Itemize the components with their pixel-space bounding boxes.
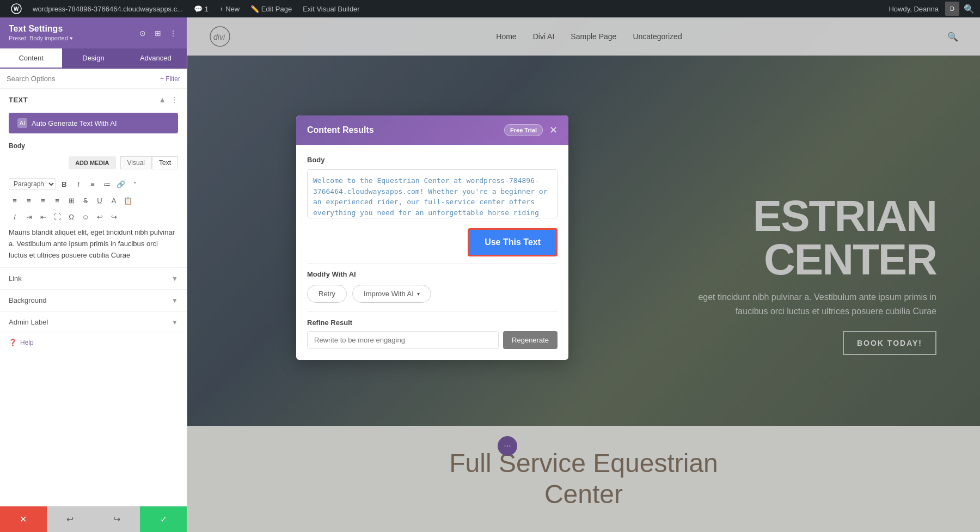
- content-results-modal: Content Results Free Trial ✕ Body Welcom…: [296, 115, 568, 360]
- panel-header: Text Settings Preset: Body imported ▾ ⊙ …: [0, 17, 187, 48]
- editor-area: ADD MEDIA Visual Text Paragraph B I ≡ ≔ …: [0, 152, 187, 267]
- modal-close-button[interactable]: ✕: [549, 124, 558, 136]
- expand-button[interactable]: ⛶: [51, 211, 63, 223]
- ol-button[interactable]: ≔: [101, 178, 113, 190]
- tab-design[interactable]: Design: [62, 48, 124, 69]
- text-section-title: Text: [9, 96, 28, 104]
- help-icon: ❓: [9, 339, 17, 346]
- link-section[interactable]: Link ▼: [0, 267, 187, 289]
- editor-content[interactable]: Mauris blandit aliquet elit, eget tincid…: [9, 225, 178, 263]
- menu-icon[interactable]: ⋮: [170, 95, 178, 104]
- cancel-button[interactable]: ✕: [0, 506, 47, 532]
- text-tab[interactable]: Text: [152, 156, 178, 169]
- body-label: Body: [0, 138, 187, 152]
- modal-header: Content Results Free Trial ✕: [296, 115, 568, 145]
- toolbar-row-3: I ⇥ ⇤ ⛶ Ω ☺ ↩ ↪: [9, 209, 178, 225]
- wp-logo[interactable]: W: [5, 0, 27, 17]
- howdy-text: Howdy, Deanna: [889, 5, 939, 13]
- link-button[interactable]: 🔗: [115, 178, 127, 190]
- refine-input[interactable]: [307, 331, 499, 349]
- blockquote-button[interactable]: ": [129, 178, 141, 190]
- user-avatar[interactable]: D: [945, 2, 959, 16]
- ul-button[interactable]: ≡: [87, 178, 99, 190]
- search-area: + Filter: [0, 69, 187, 89]
- align-left-button[interactable]: ≡: [9, 194, 21, 206]
- background-label: Background: [9, 296, 46, 304]
- emoji-button[interactable]: ☺: [79, 211, 91, 223]
- background-section[interactable]: Background ▼: [0, 289, 187, 311]
- settings-icon[interactable]: ⊙: [138, 28, 148, 38]
- redo-button[interactable]: ↪: [94, 506, 140, 532]
- italic-button[interactable]: I: [72, 178, 84, 190]
- search-icon[interactable]: 🔍: [964, 4, 975, 14]
- panel-tabs: Content Design Advanced: [0, 48, 187, 69]
- settings-panel: Text Settings Preset: Body imported ▾ ⊙ …: [0, 17, 187, 532]
- filter-button[interactable]: + Filter: [160, 75, 180, 83]
- paragraph-select[interactable]: Paragraph: [9, 178, 56, 190]
- tab-advanced[interactable]: Advanced: [125, 48, 187, 69]
- underline-button[interactable]: U: [94, 194, 106, 206]
- modal-overlay: Content Results Free Trial ✕ Body Welcom…: [187, 17, 980, 532]
- modify-ai-label: Modify With AI: [307, 270, 558, 278]
- redo-toolbar-button[interactable]: ↪: [108, 211, 120, 223]
- modify-ai-buttons: Retry Improve With AI ▾: [307, 285, 558, 303]
- bottom-bar: ✕ ↩ ↪ ✓: [0, 506, 187, 532]
- add-media-button[interactable]: ADD MEDIA: [69, 156, 115, 169]
- new-button[interactable]: + New: [214, 0, 245, 17]
- help-link[interactable]: ❓ Help: [0, 333, 187, 352]
- refine-label: Refine Result: [307, 319, 558, 327]
- panel-title: Text Settings: [9, 24, 73, 34]
- search-input[interactable]: [7, 75, 160, 83]
- visual-tab[interactable]: Visual: [120, 156, 152, 169]
- comments-count[interactable]: 💬 1: [188, 0, 214, 17]
- table-button[interactable]: ⊞: [65, 194, 77, 206]
- more-icon[interactable]: ⋮: [168, 28, 178, 38]
- regenerate-button[interactable]: Regenerate: [503, 331, 558, 349]
- collapse-icon[interactable]: ▲: [158, 95, 166, 104]
- undo-button[interactable]: ↩: [47, 506, 94, 532]
- modal-body: Body Welcome to the Equestrian Center at…: [296, 145, 568, 360]
- panel-subtitle: Preset: Body imported ▾: [9, 35, 73, 42]
- panel-header-icons: ⊙ ⊞ ⋮: [138, 28, 178, 38]
- ai-generate-button[interactable]: AI Auto Generate Text With AI: [9, 113, 178, 133]
- ai-icon: AI: [17, 118, 27, 128]
- strikethrough-button[interactable]: S̶: [79, 194, 91, 206]
- site-url[interactable]: wordpress-784896-3766464.cloudwaysapps.c…: [27, 0, 188, 17]
- outdent-button[interactable]: ⇤: [37, 211, 49, 223]
- special-char-button[interactable]: Ω: [65, 211, 77, 223]
- admin-label-chevron-icon: ▼: [171, 319, 178, 326]
- modal-divider-2: [307, 311, 558, 312]
- refine-row: Regenerate: [307, 331, 558, 349]
- improve-with-ai-button[interactable]: Improve With AI ▾: [352, 285, 431, 303]
- modal-header-right: Free Trial ✕: [504, 124, 558, 136]
- admin-label-section[interactable]: Admin Label ▼: [0, 311, 187, 333]
- free-trial-badge: Free Trial: [504, 124, 543, 136]
- indent-button[interactable]: ⇥: [23, 211, 35, 223]
- text-section-header: Text ▲ ⋮: [0, 89, 187, 108]
- toolbar-row-1: Paragraph B I ≡ ≔ 🔗 ": [9, 176, 178, 192]
- align-right-button[interactable]: ≡: [37, 194, 49, 206]
- use-this-text-button[interactable]: Use This Text: [468, 228, 558, 256]
- toolbar-row-2: ≡ ≡ ≡ ≡ ⊞ S̶ U A 📋: [9, 192, 178, 209]
- align-center-button[interactable]: ≡: [23, 194, 35, 206]
- edit-page-button[interactable]: ✏️ Edit Page: [245, 0, 297, 17]
- admin-bar: W wordpress-784896-3766464.cloudwaysapps…: [0, 0, 980, 17]
- italic2-button[interactable]: I: [9, 211, 21, 223]
- save-button[interactable]: ✓: [140, 506, 187, 532]
- modal-title: Content Results: [307, 125, 374, 135]
- background-chevron-icon: ▼: [171, 297, 178, 304]
- columns-icon[interactable]: ⊞: [153, 28, 163, 38]
- exit-builder-button[interactable]: Exit Visual Builder: [297, 0, 365, 17]
- color-button[interactable]: A: [108, 194, 120, 206]
- modal-divider: [307, 263, 558, 264]
- use-text-container: Use This Text: [307, 228, 558, 256]
- bold-button[interactable]: B: [58, 178, 70, 190]
- align-justify-button[interactable]: ≡: [51, 194, 63, 206]
- svg-text:W: W: [14, 6, 19, 12]
- retry-button[interactable]: Retry: [307, 285, 347, 303]
- undo-toolbar-button[interactable]: ↩: [94, 211, 106, 223]
- content-textarea[interactable]: Welcome to the Equestrian Center at word…: [307, 169, 558, 218]
- paste-button[interactable]: 📋: [122, 194, 134, 206]
- link-label: Link: [9, 274, 22, 283]
- tab-content[interactable]: Content: [0, 48, 62, 69]
